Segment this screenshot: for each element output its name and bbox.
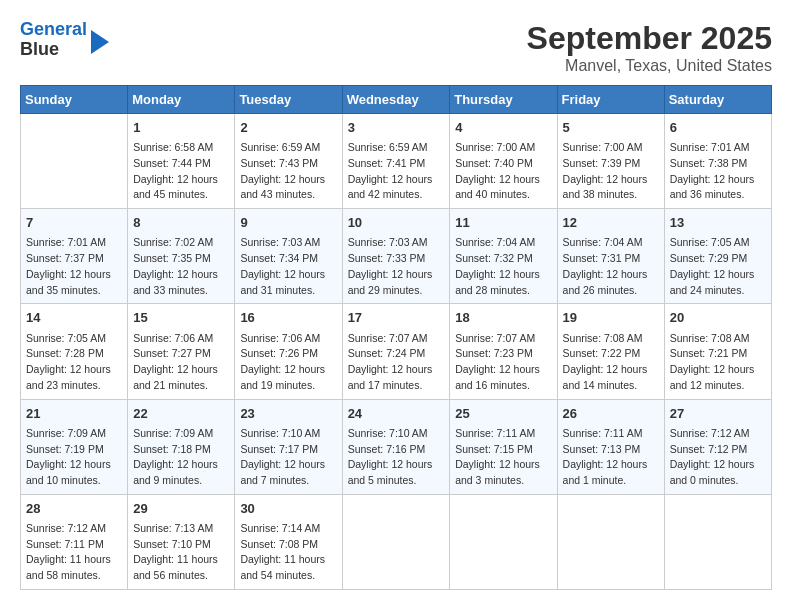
calendar-table: SundayMondayTuesdayWednesdayThursdayFrid… <box>20 85 772 590</box>
col-header-friday: Friday <box>557 86 664 114</box>
day-number: 7 <box>26 214 122 232</box>
day-info: Sunrise: 7:05 AMSunset: 7:28 PMDaylight:… <box>26 331 122 394</box>
calendar-cell <box>21 114 128 209</box>
day-number: 12 <box>563 214 659 232</box>
calendar-cell: 13Sunrise: 7:05 AMSunset: 7:29 PMDayligh… <box>664 209 771 304</box>
day-number: 4 <box>455 119 551 137</box>
col-header-tuesday: Tuesday <box>235 86 342 114</box>
logo-arrow-icon <box>91 30 109 54</box>
day-info: Sunrise: 7:09 AMSunset: 7:18 PMDaylight:… <box>133 426 229 489</box>
day-info: Sunrise: 7:12 AMSunset: 7:11 PMDaylight:… <box>26 521 122 584</box>
day-info: Sunrise: 7:04 AMSunset: 7:31 PMDaylight:… <box>563 235 659 298</box>
calendar-week-row: 28Sunrise: 7:12 AMSunset: 7:11 PMDayligh… <box>21 494 772 589</box>
calendar-header: SundayMondayTuesdayWednesdayThursdayFrid… <box>21 86 772 114</box>
day-number: 28 <box>26 500 122 518</box>
day-number: 11 <box>455 214 551 232</box>
day-number: 6 <box>670 119 766 137</box>
calendar-cell: 30Sunrise: 7:14 AMSunset: 7:08 PMDayligh… <box>235 494 342 589</box>
calendar-cell: 1Sunrise: 6:58 AMSunset: 7:44 PMDaylight… <box>128 114 235 209</box>
calendar-cell: 2Sunrise: 6:59 AMSunset: 7:43 PMDaylight… <box>235 114 342 209</box>
day-info: Sunrise: 7:02 AMSunset: 7:35 PMDaylight:… <box>133 235 229 298</box>
logo-text-general: General <box>20 19 87 39</box>
day-number: 19 <box>563 309 659 327</box>
day-info: Sunrise: 7:07 AMSunset: 7:23 PMDaylight:… <box>455 331 551 394</box>
calendar-cell: 12Sunrise: 7:04 AMSunset: 7:31 PMDayligh… <box>557 209 664 304</box>
day-info: Sunrise: 7:14 AMSunset: 7:08 PMDaylight:… <box>240 521 336 584</box>
day-number: 3 <box>348 119 445 137</box>
day-info: Sunrise: 7:03 AMSunset: 7:33 PMDaylight:… <box>348 235 445 298</box>
calendar-cell: 6Sunrise: 7:01 AMSunset: 7:38 PMDaylight… <box>664 114 771 209</box>
calendar-cell: 23Sunrise: 7:10 AMSunset: 7:17 PMDayligh… <box>235 399 342 494</box>
col-header-wednesday: Wednesday <box>342 86 450 114</box>
calendar-cell: 14Sunrise: 7:05 AMSunset: 7:28 PMDayligh… <box>21 304 128 399</box>
calendar-week-row: 1Sunrise: 6:58 AMSunset: 7:44 PMDaylight… <box>21 114 772 209</box>
day-number: 27 <box>670 405 766 423</box>
calendar-cell: 22Sunrise: 7:09 AMSunset: 7:18 PMDayligh… <box>128 399 235 494</box>
calendar-cell: 10Sunrise: 7:03 AMSunset: 7:33 PMDayligh… <box>342 209 450 304</box>
calendar-cell: 8Sunrise: 7:02 AMSunset: 7:35 PMDaylight… <box>128 209 235 304</box>
calendar-cell: 5Sunrise: 7:00 AMSunset: 7:39 PMDaylight… <box>557 114 664 209</box>
day-info: Sunrise: 7:07 AMSunset: 7:24 PMDaylight:… <box>348 331 445 394</box>
day-info: Sunrise: 7:12 AMSunset: 7:12 PMDaylight:… <box>670 426 766 489</box>
col-header-sunday: Sunday <box>21 86 128 114</box>
day-number: 18 <box>455 309 551 327</box>
day-number: 23 <box>240 405 336 423</box>
day-number: 16 <box>240 309 336 327</box>
calendar-cell <box>557 494 664 589</box>
calendar-cell: 27Sunrise: 7:12 AMSunset: 7:12 PMDayligh… <box>664 399 771 494</box>
calendar-cell: 21Sunrise: 7:09 AMSunset: 7:19 PMDayligh… <box>21 399 128 494</box>
calendar-cell: 28Sunrise: 7:12 AMSunset: 7:11 PMDayligh… <box>21 494 128 589</box>
day-number: 26 <box>563 405 659 423</box>
calendar-cell <box>450 494 557 589</box>
day-number: 9 <box>240 214 336 232</box>
calendar-week-row: 7Sunrise: 7:01 AMSunset: 7:37 PMDaylight… <box>21 209 772 304</box>
day-info: Sunrise: 7:06 AMSunset: 7:26 PMDaylight:… <box>240 331 336 394</box>
page-title: September 2025 <box>527 20 772 57</box>
day-number: 5 <box>563 119 659 137</box>
calendar-week-row: 14Sunrise: 7:05 AMSunset: 7:28 PMDayligh… <box>21 304 772 399</box>
calendar-cell <box>664 494 771 589</box>
calendar-cell: 16Sunrise: 7:06 AMSunset: 7:26 PMDayligh… <box>235 304 342 399</box>
day-number: 10 <box>348 214 445 232</box>
day-info: Sunrise: 7:11 AMSunset: 7:13 PMDaylight:… <box>563 426 659 489</box>
day-number: 21 <box>26 405 122 423</box>
calendar-cell: 11Sunrise: 7:04 AMSunset: 7:32 PMDayligh… <box>450 209 557 304</box>
day-info: Sunrise: 7:00 AMSunset: 7:39 PMDaylight:… <box>563 140 659 203</box>
day-number: 8 <box>133 214 229 232</box>
calendar-cell: 17Sunrise: 7:07 AMSunset: 7:24 PMDayligh… <box>342 304 450 399</box>
calendar-cell: 7Sunrise: 7:01 AMSunset: 7:37 PMDaylight… <box>21 209 128 304</box>
calendar-cell: 3Sunrise: 6:59 AMSunset: 7:41 PMDaylight… <box>342 114 450 209</box>
logo: General Blue <box>20 20 109 60</box>
calendar-cell: 4Sunrise: 7:00 AMSunset: 7:40 PMDaylight… <box>450 114 557 209</box>
logo-text-blue: Blue <box>20 40 87 60</box>
day-info: Sunrise: 6:59 AMSunset: 7:41 PMDaylight:… <box>348 140 445 203</box>
day-number: 29 <box>133 500 229 518</box>
calendar-cell: 18Sunrise: 7:07 AMSunset: 7:23 PMDayligh… <box>450 304 557 399</box>
col-header-saturday: Saturday <box>664 86 771 114</box>
day-info: Sunrise: 7:03 AMSunset: 7:34 PMDaylight:… <box>240 235 336 298</box>
page-header: General Blue September 2025 Manvel, Texa… <box>20 20 772 75</box>
day-number: 2 <box>240 119 336 137</box>
day-info: Sunrise: 7:00 AMSunset: 7:40 PMDaylight:… <box>455 140 551 203</box>
day-number: 30 <box>240 500 336 518</box>
day-info: Sunrise: 7:01 AMSunset: 7:38 PMDaylight:… <box>670 140 766 203</box>
day-number: 1 <box>133 119 229 137</box>
day-info: Sunrise: 7:10 AMSunset: 7:17 PMDaylight:… <box>240 426 336 489</box>
calendar-cell: 24Sunrise: 7:10 AMSunset: 7:16 PMDayligh… <box>342 399 450 494</box>
day-number: 13 <box>670 214 766 232</box>
page-subtitle: Manvel, Texas, United States <box>527 57 772 75</box>
day-info: Sunrise: 7:01 AMSunset: 7:37 PMDaylight:… <box>26 235 122 298</box>
day-info: Sunrise: 7:04 AMSunset: 7:32 PMDaylight:… <box>455 235 551 298</box>
day-info: Sunrise: 7:06 AMSunset: 7:27 PMDaylight:… <box>133 331 229 394</box>
calendar-cell: 20Sunrise: 7:08 AMSunset: 7:21 PMDayligh… <box>664 304 771 399</box>
col-header-thursday: Thursday <box>450 86 557 114</box>
day-info: Sunrise: 7:09 AMSunset: 7:19 PMDaylight:… <box>26 426 122 489</box>
day-info: Sunrise: 6:59 AMSunset: 7:43 PMDaylight:… <box>240 140 336 203</box>
calendar-cell <box>342 494 450 589</box>
calendar-cell: 29Sunrise: 7:13 AMSunset: 7:10 PMDayligh… <box>128 494 235 589</box>
day-number: 22 <box>133 405 229 423</box>
col-header-monday: Monday <box>128 86 235 114</box>
day-number: 15 <box>133 309 229 327</box>
day-number: 14 <box>26 309 122 327</box>
day-info: Sunrise: 7:05 AMSunset: 7:29 PMDaylight:… <box>670 235 766 298</box>
